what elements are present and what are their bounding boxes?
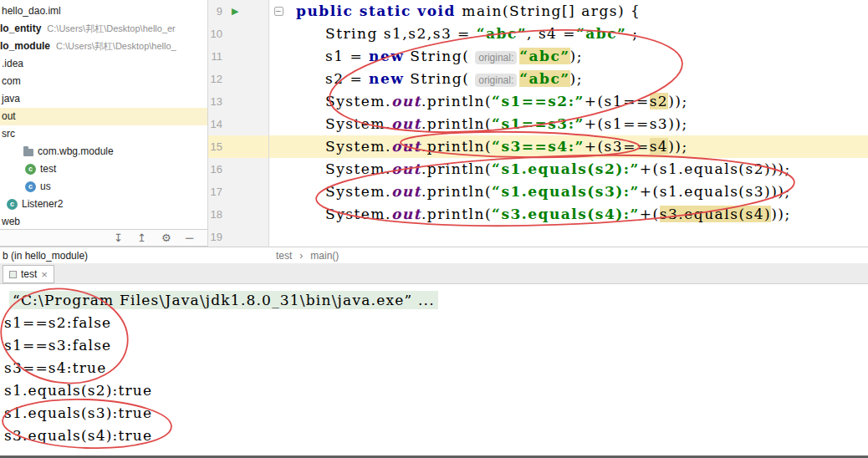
code-token: “abc” [519, 48, 569, 64]
code-token: “s1.equals(s3):” [492, 183, 640, 200]
scroll-up-icon[interactable]: ↥ [137, 230, 146, 246]
tree-item-hello-dao-iml[interactable]: hello_dao.iml [0, 3, 207, 20]
code-token: .println( [421, 160, 492, 177]
code-text[interactable]: System.out.println(“s1.equals(s2):”+(s1.… [269, 158, 868, 181]
tree-item-test[interactable]: ctest [0, 160, 207, 178]
tree-item-label: lo_entity [0, 20, 41, 38]
line-number: 17 [208, 181, 225, 203]
code-token: .println( [421, 93, 492, 109]
tree-item-listener2[interactable]: cListener2 [0, 196, 207, 213]
code-text[interactable]: s2 = new String( original:“abc”); [269, 68, 868, 90]
editor-line-12: 12s2 = new String( original:“abc”); [208, 68, 868, 90]
close-icon[interactable]: × [41, 268, 48, 281]
code-token: ); [570, 70, 583, 87]
code-text[interactable]: −public static void main(String[] args) … [269, 0, 868, 23]
code-token: out [391, 93, 421, 109]
editor-line-10: 10String s1,s2,s3 = “abc”, s4 =“abc” ; [208, 23, 868, 45]
code-token: main(String[] args) { [462, 3, 641, 19]
gutter [225, 90, 269, 113]
breadcrumb-class[interactable]: test [276, 247, 292, 264]
breadcrumb-method[interactable]: main() [310, 247, 339, 264]
code-token: “abc” [576, 25, 626, 42]
tree-item-label: web [2, 213, 20, 229]
tree-item-label: com [2, 73, 21, 90]
code-token: System. [325, 206, 391, 222]
code-token: out [391, 138, 421, 155]
project-tree-panel: hello_dao.imllo_entityC:\Users\邦杠\Deskto… [0, 0, 207, 229]
editor-line-17: 17System.out.println(“s1.equals(s3):”+(s… [208, 181, 868, 203]
gutter [225, 113, 269, 135]
code-token: System. [325, 93, 391, 109]
editor-line-11: 11s1 = new String( original:“abc”); [208, 45, 868, 68]
code-token: s4 [650, 138, 669, 155]
code-token: public static void [296, 3, 462, 19]
line-number: 19 [208, 226, 225, 247]
gutter [225, 68, 269, 90]
tree-item-us[interactable]: cus [0, 178, 207, 196]
tree-item-web[interactable]: web [0, 213, 207, 229]
editor-line-19: 19 [208, 226, 868, 247]
run-tab-strip: test × [0, 263, 868, 284]
tree-item-label: lo_module [0, 38, 50, 55]
tree-item-lo-module[interactable]: lo_moduleC:\Users\邦杠\Desktop\hello_ [0, 38, 207, 55]
editor-line-14: 14System.out.println(“s1==s3:”+(s1==s3))… [208, 113, 868, 135]
line-number: 12 [208, 68, 225, 90]
tree-item-java[interactable]: java [0, 90, 207, 108]
scroll-down-icon[interactable]: ↧ [114, 230, 123, 246]
tree-item-idea[interactable]: .idea [0, 55, 207, 73]
run-panel-title: b (in hello_module) [3, 247, 88, 264]
code-text[interactable]: System.out.println(“s1==s3:”+(s1==s3)); [269, 113, 868, 135]
code-token: out [391, 160, 421, 177]
gutter [225, 135, 269, 158]
run-tab-label: test [21, 268, 37, 280]
status-band: b (in hello_module) test › main() [0, 247, 868, 263]
code-token: System. [325, 115, 391, 132]
code-text[interactable]: System.out.println(“s3.equals(s4):”+(s3.… [269, 203, 868, 226]
console-line: s1.equals(s2):true [4, 379, 868, 402]
code-text[interactable]: s1 = new String( original:“abc”); [269, 45, 868, 68]
code-editor[interactable]: 9▶−public static void main(String[] args… [207, 0, 868, 247]
tree-item-label: src [2, 125, 15, 143]
hide-panel-icon[interactable]: ─ [186, 230, 193, 246]
console-command: “C:\Program Files\Java\jdk1.8.0_31\bin\j… [9, 291, 438, 309]
run-tab-test[interactable]: test × [3, 265, 54, 283]
gutter [225, 226, 269, 247]
console-line: s1.equals(s3):true [4, 402, 868, 425]
gutter [225, 158, 269, 181]
breadcrumb: test › main() [276, 247, 339, 264]
gutter [225, 23, 269, 45]
class-teal-icon: c [7, 199, 18, 210]
console-line: s1==s2:false [4, 312, 868, 334]
gutter: ▶ [225, 0, 269, 23]
gutter [225, 45, 269, 68]
code-text[interactable]: System.out.println(“s1==s2:”+(s1==s2)); [269, 90, 868, 113]
line-number: 14 [208, 113, 225, 135]
gutter [225, 181, 269, 203]
code-token: +( [640, 206, 660, 222]
tree-item-src[interactable]: src [0, 125, 207, 143]
code-token: String( [404, 48, 475, 64]
fold-icon[interactable]: − [274, 7, 283, 16]
line-number: 13 [208, 90, 225, 113]
tree-item-lo-entity[interactable]: lo_entityC:\Users\邦杠\Desktop\hello_er [0, 20, 207, 38]
code-token: , s4 = [527, 25, 576, 42]
editor-line-16: 16System.out.println(“s1.equals(s2):”+(s… [208, 158, 868, 181]
code-text[interactable]: String s1,s2,s3 = “abc”, s4 =“abc” ; [269, 23, 868, 45]
code-token: .println( [421, 138, 492, 155]
code-token: )); [668, 93, 688, 109]
code-text[interactable]: System.out.println(“s3==s4:”+(s3==s4)); [269, 135, 868, 158]
code-token: “s1.equals(s2):” [492, 160, 640, 177]
run-icon[interactable]: ▶ [232, 0, 238, 23]
tree-item-com[interactable]: com [0, 73, 207, 90]
settings-icon[interactable]: ⚙ [161, 230, 171, 246]
gutter [225, 203, 269, 226]
tree-item-out[interactable]: out [0, 108, 207, 125]
editor-line-18: 18System.out.println(“s3.equals(s4):”+(s… [208, 203, 868, 226]
console-output[interactable]: “C:\Program Files\Java\jdk1.8.0_31\bin\j… [0, 284, 868, 455]
code-token: .println( [421, 206, 492, 222]
editor-lines: 9▶−public static void main(String[] args… [208, 0, 868, 247]
code-text[interactable] [269, 226, 868, 247]
tree-item-com-wbg-module[interactable]: com.wbg.module [0, 143, 207, 160]
tree-item-label: .idea [2, 55, 23, 73]
code-text[interactable]: System.out.println(“s1.equals(s3):”+(s1.… [269, 181, 868, 203]
